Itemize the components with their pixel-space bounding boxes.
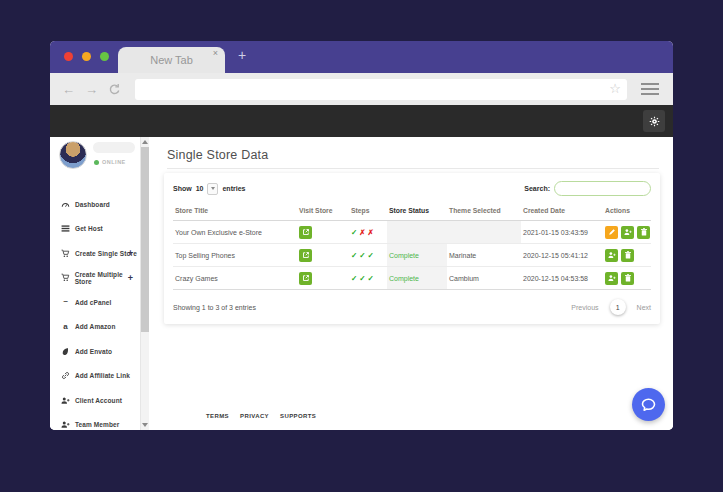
close-window-button[interactable] xyxy=(64,52,73,61)
header-created-date[interactable]: Created Date xyxy=(521,203,603,221)
created-date-cell: 2021-01-15 03:43:59 xyxy=(521,221,603,244)
amazon-icon: a xyxy=(63,323,67,331)
settings-button[interactable] xyxy=(643,110,665,132)
back-icon[interactable]: ← xyxy=(62,83,75,96)
visit-store-button[interactable] xyxy=(299,249,312,262)
table-row: Top Selling Phones ✓✓✓ Complete Marinate xyxy=(173,244,651,267)
store-status-cell: Complete xyxy=(387,244,447,267)
client-assign-button[interactable] xyxy=(605,249,618,262)
sidebar-item-client-account[interactable]: Client Account xyxy=(50,388,140,413)
app-content: ONLINE Dashboard Get Host xyxy=(50,137,673,430)
search-input[interactable] xyxy=(554,181,651,196)
user-plus-icon xyxy=(624,228,632,236)
user-name-redacted xyxy=(93,142,135,153)
tab-title: New Tab xyxy=(150,54,193,66)
shopping-cart-icon xyxy=(59,249,72,258)
delete-button[interactable] xyxy=(621,272,634,285)
table-header-row: Store Title Visit Store Steps Store Stat… xyxy=(173,203,651,221)
theme-cell xyxy=(447,221,521,244)
header-actions[interactable]: Actions xyxy=(603,203,651,221)
shopping-cart-icon xyxy=(59,273,72,282)
sidebar-item-add-envato[interactable]: Add Envato xyxy=(50,339,140,364)
sidebar-item-dashboard[interactable]: Dashboard xyxy=(50,192,140,217)
sidebar-item-add-affiliate-link[interactable]: Add Affiliate Link xyxy=(50,364,140,389)
entries-label: entries xyxy=(222,185,245,192)
visit-store-button[interactable] xyxy=(299,272,312,285)
sidebar-item-add-amazon[interactable]: a Add Amazon xyxy=(50,315,140,340)
next-button[interactable]: Next xyxy=(637,304,651,311)
envato-leaf-icon xyxy=(59,347,72,356)
header-store-status[interactable]: Store Status xyxy=(387,203,447,221)
sidebar-scrollbar[interactable] xyxy=(140,137,149,430)
user-plus-icon xyxy=(59,420,72,429)
sidebar: ONLINE Dashboard Get Host xyxy=(50,137,140,430)
page-number-button[interactable]: 1 xyxy=(610,299,626,315)
expand-plus-icon[interactable]: + xyxy=(128,248,133,258)
theme-cell: Marinate xyxy=(447,244,521,267)
table-controls: Show 10 entries Search: xyxy=(173,181,651,196)
sidebar-item-create-multiple-store[interactable]: Create Multiple Store + xyxy=(50,266,140,291)
external-link-icon xyxy=(302,251,310,259)
privacy-link[interactable]: PRIVACY xyxy=(240,413,269,419)
scroll-down-icon[interactable] xyxy=(142,423,148,427)
supports-link[interactable]: SUPPORTS xyxy=(280,413,316,419)
terms-link[interactable]: TERMS xyxy=(206,413,229,419)
tab-close-icon[interactable]: × xyxy=(213,48,218,58)
sidebar-menu: Dashboard Get Host Create Single Store + xyxy=(50,192,140,430)
chevron-down-icon xyxy=(211,187,215,190)
scrollbar-thumb[interactable] xyxy=(141,147,149,332)
refresh-icon[interactable] xyxy=(108,83,121,96)
page-length-control: Show 10 entries xyxy=(173,183,245,195)
delete-button[interactable] xyxy=(637,226,650,239)
list-icon xyxy=(59,224,72,233)
sidebar-item-team-member[interactable]: Team Member xyxy=(50,413,140,431)
theme-cell: Cambium xyxy=(447,267,521,290)
header-theme-selected[interactable]: Theme Selected xyxy=(447,203,521,221)
sidebar-item-add-cpanel[interactable]: ~ Add cPanel xyxy=(50,290,140,315)
search-control: Search: xyxy=(524,181,651,196)
client-assign-button[interactable] xyxy=(605,272,618,285)
sidebar-item-get-host[interactable]: Get Host xyxy=(50,217,140,242)
previous-button[interactable]: Previous xyxy=(571,304,598,311)
table-info: Showing 1 to 3 of 3 entries xyxy=(173,304,256,311)
page-length-select[interactable] xyxy=(207,183,218,195)
edit-button[interactable] xyxy=(605,226,618,239)
store-data-table: Store Title Visit Store Steps Store Stat… xyxy=(173,203,651,290)
browser-titlebar: New Tab × + xyxy=(50,41,673,73)
show-label: Show xyxy=(173,185,192,192)
trash-icon xyxy=(624,274,632,282)
browser-window: New Tab × + ← → ☆ xyxy=(50,41,673,430)
page-length-value: 10 xyxy=(196,185,204,192)
delete-button[interactable] xyxy=(621,249,634,262)
external-link-icon xyxy=(302,274,310,282)
steps-cell: ✓✓✓ xyxy=(349,267,387,290)
bookmark-star-icon[interactable]: ☆ xyxy=(609,81,621,98)
table-row: Crazy Games ✓✓✓ Complete Cambium xyxy=(173,267,651,290)
url-bar[interactable]: ☆ xyxy=(135,79,627,100)
store-title-cell: Your Own Exclusive e-Store xyxy=(173,221,297,244)
maximize-window-button[interactable] xyxy=(100,52,109,61)
created-date-cell: 2020-12-15 05:41:12 xyxy=(521,244,603,267)
pencil-icon xyxy=(608,228,616,236)
header-visit-store[interactable]: Visit Store xyxy=(297,203,349,221)
new-tab-icon[interactable]: + xyxy=(238,47,246,63)
external-link-icon xyxy=(302,228,310,236)
header-store-title[interactable]: Store Title xyxy=(173,203,297,221)
pagination: Previous 1 Next xyxy=(571,299,651,315)
user-avatar xyxy=(59,141,87,169)
client-assign-button[interactable] xyxy=(621,226,634,239)
visit-store-button[interactable] xyxy=(299,226,312,239)
menu-icon[interactable] xyxy=(641,83,659,95)
browser-toolbar: ← → ☆ xyxy=(50,73,673,105)
browser-tab[interactable]: New Tab × xyxy=(118,47,225,73)
expand-plus-icon[interactable]: + xyxy=(128,273,133,283)
online-status: ONLINE xyxy=(94,159,126,165)
header-steps[interactable]: Steps xyxy=(349,203,387,221)
data-table-card: Show 10 entries Search: xyxy=(164,173,660,324)
store-status-cell xyxy=(387,221,447,244)
scroll-up-icon[interactable] xyxy=(142,140,148,144)
forward-icon[interactable]: → xyxy=(85,83,98,96)
chat-widget-button[interactable] xyxy=(632,388,665,421)
sidebar-item-create-single-store[interactable]: Create Single Store + xyxy=(50,241,140,266)
minimize-window-button[interactable] xyxy=(82,52,91,61)
